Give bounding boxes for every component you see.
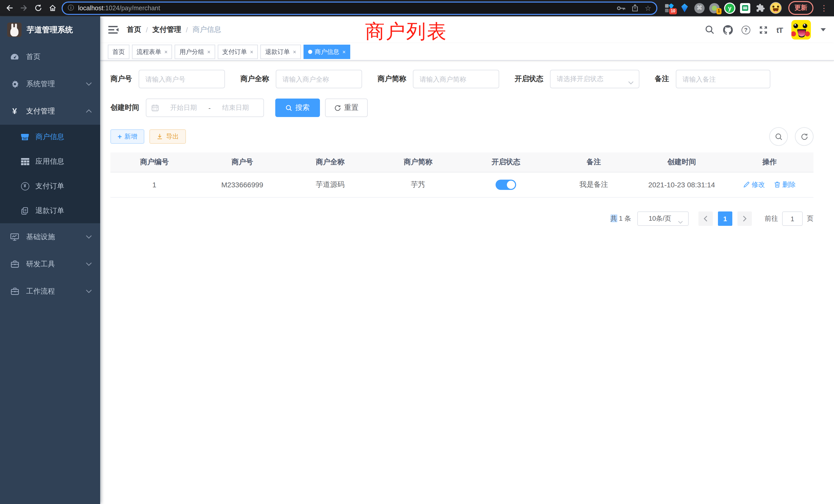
sidebar-item-label: 首页 — [26, 52, 92, 61]
fullscreen-icon[interactable] — [759, 25, 768, 34]
breadcrumb-home[interactable]: 首页 — [127, 25, 141, 35]
sidebar-item-label: 系统管理 — [26, 79, 86, 89]
address-bar[interactable]: ⓘ localhost:1024/pay/merchant ☆ — [62, 1, 657, 15]
tab-merchant-info[interactable]: 商户信息× — [304, 44, 351, 59]
page-header: 首页 / 支付管理 / 商户信息 ? — [100, 17, 834, 43]
header-actions: ? tT — [705, 20, 826, 40]
toolbox-icon — [10, 260, 19, 268]
site-info-icon[interactable]: ⓘ — [68, 4, 74, 12]
sidebar-item-label: 工作流程 — [26, 287, 86, 296]
help-icon[interactable]: ? — [742, 25, 750, 34]
sidebar-item-label: 商户信息 — [36, 132, 64, 142]
date-separator: - — [206, 104, 213, 112]
home-icon[interactable] — [46, 2, 59, 14]
edit-link[interactable]: 修改 — [743, 180, 765, 189]
sidebar-item-merchant-info[interactable]: 商户信息 — [0, 125, 100, 150]
full-name-input[interactable] — [276, 70, 362, 88]
status-toggle[interactable] — [496, 180, 516, 190]
sidebar-item-home[interactable]: 首页 — [0, 43, 100, 70]
sidebar-item-refund-order[interactable]: 退款订单 — [0, 199, 100, 223]
trash-icon — [774, 181, 781, 188]
merchant-no-input[interactable] — [139, 70, 225, 88]
next-page-button[interactable] — [738, 211, 752, 226]
bookmark-star-icon[interactable]: ☆ — [645, 4, 651, 12]
browser-update-button[interactable]: 更新 — [788, 1, 813, 15]
dashboard-icon — [10, 53, 19, 61]
add-button[interactable]: + 新增 — [110, 129, 144, 144]
github-icon[interactable] — [723, 25, 733, 35]
avatar-caret-down-icon[interactable] — [821, 28, 826, 31]
sidebar-item-dev-tools[interactable]: 研发工具 — [0, 250, 100, 278]
cell-merchant-id: 1 — [110, 172, 198, 197]
close-icon[interactable]: × — [164, 45, 168, 58]
extension-command-icon[interactable]: ⌘ — [694, 3, 705, 13]
export-button[interactable]: 导出 — [150, 129, 186, 144]
search-button[interactable]: 搜索 — [275, 98, 320, 117]
browser-toolbar: ⓘ localhost:1024/pay/merchant ☆ 10 ⌘ 1 y — [0, 0, 834, 17]
sidebar-item-workflow[interactable]: 工作流程 — [0, 278, 100, 305]
forward-icon[interactable] — [18, 2, 30, 14]
page-size-select[interactable]: 10条/页 — [637, 211, 689, 226]
status-select[interactable]: 请选择开启状态 — [550, 70, 639, 88]
prev-page-button[interactable] — [698, 211, 713, 226]
tab-pay-order[interactable]: 支付订单× — [218, 44, 258, 59]
reset-button[interactable]: 重置 — [325, 98, 368, 117]
short-name-input[interactable] — [413, 70, 499, 88]
user-avatar[interactable] — [791, 20, 811, 40]
sidebar-item-infrastructure[interactable]: 基础设施 — [0, 223, 100, 250]
chevron-down-icon — [86, 290, 92, 293]
extension-recorder-icon[interactable]: 1 — [709, 3, 720, 13]
close-icon[interactable]: × — [343, 45, 346, 58]
page-number-1[interactable]: 1 — [718, 211, 732, 226]
extension-diamond-icon[interactable] — [679, 3, 690, 13]
filter-label-short-name: 商户简称 — [377, 74, 406, 84]
sidebar-collapse-icon[interactable] — [108, 25, 118, 35]
extension-chat-icon[interactable] — [740, 3, 750, 13]
chevron-down-icon — [86, 82, 92, 86]
close-icon[interactable]: × — [293, 45, 296, 58]
filter-label-full-name: 商户全称 — [240, 74, 269, 84]
tab-user-group[interactable]: 用户分组× — [175, 44, 215, 59]
goto-label: 前往 — [765, 214, 778, 223]
breadcrumb-payment[interactable]: 支付管理 — [153, 25, 181, 35]
filter-row-1: 商户号 商户全称 商户简称 开启状态 请选择开启状态 — [110, 70, 813, 88]
url-text: localhost:1024/pay/merchant — [78, 4, 611, 12]
tab-home[interactable]: 首页 — [108, 44, 129, 59]
browser-nav — [3, 2, 59, 14]
app-title: 芋道管理系统 — [27, 25, 73, 35]
toggle-search-button[interactable] — [769, 127, 788, 146]
column-header: 商户编号 — [110, 153, 198, 172]
cell-remark: 我是备注 — [550, 172, 638, 197]
font-size-icon[interactable]: tT — [776, 25, 783, 34]
app-logo[interactable]: 芋道管理系统 — [0, 17, 100, 43]
breadcrumb-current: 商户信息 — [193, 25, 221, 35]
profile-emoji-avatar[interactable] — [770, 2, 782, 14]
refresh-table-button[interactable] — [795, 127, 813, 146]
extension-grid-icon[interactable]: 10 — [664, 3, 675, 13]
reload-icon[interactable] — [32, 2, 44, 14]
share-icon[interactable] — [632, 4, 639, 12]
close-icon[interactable]: × — [207, 45, 211, 58]
sidebar-item-pay-order[interactable]: ¥ 支付订单 — [0, 174, 100, 199]
sidebar-item-payment[interactable]: ¥ 支付管理 — [0, 97, 100, 125]
delete-link[interactable]: 删除 — [774, 180, 796, 189]
tab-process-form[interactable]: 流程表单× — [132, 44, 172, 59]
tab-refund-order[interactable]: 退款订单× — [261, 44, 301, 59]
browser-menu-icon[interactable]: ⋮ — [820, 3, 828, 13]
create-time-range-picker[interactable]: 开始日期 - 结束日期 — [146, 98, 264, 117]
password-key-icon[interactable] — [617, 5, 626, 10]
header-search-icon[interactable] — [705, 25, 714, 35]
remark-input[interactable] — [676, 70, 770, 88]
refresh-icon — [800, 133, 808, 140]
close-icon[interactable]: × — [250, 45, 254, 58]
sidebar-item-system[interactable]: 系统管理 — [0, 70, 100, 97]
calendar-icon — [152, 104, 159, 111]
filter-label-create-time: 创建时间 — [110, 103, 139, 112]
puzzle-extensions-icon[interactable] — [755, 3, 765, 13]
sidebar-item-app-info[interactable]: 应用信息 — [0, 150, 100, 174]
extension-y-logo-icon[interactable]: y — [724, 2, 736, 14]
breadcrumb-separator: / — [146, 26, 148, 34]
search-icon — [775, 133, 783, 140]
goto-page-input[interactable] — [782, 211, 803, 226]
back-icon[interactable] — [3, 2, 16, 14]
